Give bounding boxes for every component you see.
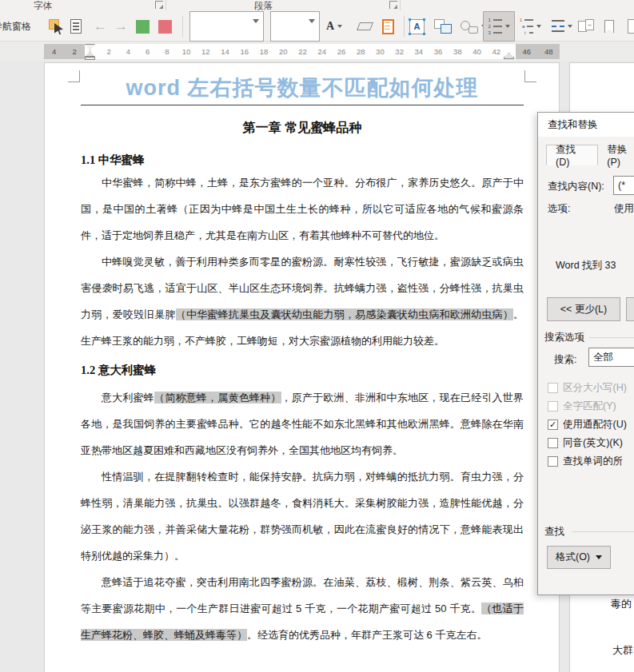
paragraph-dialog-launcher-icon[interactable] — [389, 1, 397, 9]
group-divider — [165, 0, 166, 10]
search-status-text: Word 找到 33 — [556, 259, 616, 272]
dialog-title: 查找和替换 — [548, 118, 598, 132]
document-title: word 左右括号数量不匹配如何处理 — [81, 74, 524, 105]
page-setup-icon[interactable] — [70, 11, 82, 42]
screenshot-icon[interactable] — [434, 11, 452, 42]
text-boundary-mark-right — [524, 70, 536, 82]
group-divider-line — [572, 531, 634, 532]
font-group-label: 字体 — [34, 0, 52, 12]
ribbon-bottom: 字体 段落 导航窗格 ← → A A — [0, 0, 634, 42]
clipped-dialog-button[interactable] — [626, 297, 634, 321]
checkbox-box[interactable] — [548, 383, 558, 393]
options-value: 使用 — [614, 202, 634, 216]
dialog-titlebar[interactable]: 查找和替换 — [538, 113, 634, 137]
find-what-value: (* — [618, 180, 625, 191]
text-box-icon[interactable]: A — [409, 11, 425, 42]
tab-replace[interactable]: 替换(P) — [598, 145, 634, 165]
toolbar-separator — [404, 16, 405, 37]
font-color-icon[interactable]: A — [326, 11, 342, 42]
section-1-2-heading: 1.2 意大利蜜蜂 — [81, 360, 524, 380]
search-direction-value: 全部 — [593, 351, 613, 364]
less-button[interactable]: << 更少(L) — [547, 297, 620, 321]
tab-find[interactable]: 查找(D) — [546, 145, 598, 165]
checkbox-box-checked[interactable]: ✓ — [548, 420, 558, 430]
toolbar-separator — [182, 16, 183, 37]
paragraph: 性情温驯，在提脾翻转检查时，能保持安静。抗病力弱，对蜂螨的抵抗力弱。育虫力强，分… — [81, 463, 524, 569]
ruler-right-margin: 4648 — [516, 44, 560, 59]
group-divider-line — [589, 337, 634, 338]
find-group-label: 查找 — [544, 525, 564, 539]
page2-text-fragment: 毒的 — [611, 597, 632, 611]
red-color-swatch[interactable] — [158, 11, 172, 42]
search-options-group-label: 搜索选项 — [544, 331, 584, 344]
format-button-label: 格式(O) — [556, 551, 590, 564]
document-page-1[interactable]: word 左右括号数量不匹配如何处理 第一章 常见蜜蜂品种 1.1 中华蜜蜂 中… — [44, 62, 560, 672]
font-size-combobox[interactable] — [270, 11, 320, 42]
paragraph: 意蜂适于追花夺蜜，突击利用南北四季蜜粉源。在油菜、荔枝、椴树、荆条、紫云英、乌桕… — [81, 569, 524, 648]
ruler-text-area: 24681012141618202224262830323436384042 — [85, 44, 516, 59]
checkbox-box[interactable] — [548, 438, 558, 448]
paragraph-group-label: 段落 — [254, 0, 273, 12]
ribbon-group-strip: 字体 段落 — [0, 0, 634, 11]
navigation-pane-label[interactable]: 导航窗格 — [0, 11, 31, 42]
group-divider — [400, 0, 401, 10]
highlighted-bracket-text: （简称意蜂，属黄色蜂种） — [154, 392, 281, 404]
back-arrow-icon[interactable]: ← — [94, 11, 107, 42]
clear-formatting-icon[interactable] — [358, 11, 372, 42]
forward-arrow-icon[interactable]: → — [114, 11, 128, 42]
search-direction-select[interactable]: 全部 — [588, 348, 634, 367]
cross-reference-pages-icon[interactable]: − — [578, 11, 594, 42]
paragraph: 意大利蜜蜂（简称意蜂，属黄色蜂种），原产于欧洲、非洲和中东地区，现在已经引入世界… — [81, 384, 524, 463]
quick-access-toolbar: 导航窗格 ← → A A 1 2 — [0, 11, 634, 42]
bookmark-icon[interactable] — [604, 11, 614, 42]
find-replace-dialog[interactable]: 查找和替换 查找(D) 替换(P) 查找内容(N): (* 选项: 使用 Wor… — [537, 112, 634, 595]
section-1-1-heading: 1.1 中华蜜蜂 — [81, 150, 524, 169]
highlighted-bracket-text: （中华蜜蜂抗巢虫及囊状幼虫能力弱，易感染囊状幼虫病和欧洲幼虫病） — [176, 308, 513, 320]
horizontal-ruler[interactable]: 42 2468101214161820222426283032343638404… — [0, 42, 634, 61]
options-label: 选项: — [548, 202, 570, 216]
text-boundary-mark-left — [68, 70, 80, 82]
green-color-swatch[interactable] — [136, 11, 150, 42]
clipped-toolbar-icon[interactable] — [628, 19, 634, 34]
chapter-heading: 第一章 常见蜜蜂品种 — [81, 118, 524, 137]
font-dialog-launcher-icon[interactable] — [155, 1, 163, 9]
left-indent-marker[interactable] — [85, 57, 95, 60]
search-direction-label: 搜索: — [554, 353, 576, 367]
checkbox-sounds-like[interactable]: 同音(英文)(K) — [548, 436, 623, 449]
checkbox-use-wildcards[interactable]: ✓ 使用通配符(U) — [548, 418, 627, 431]
paragraph: 中华蜜蜂，简称中蜂，土蜂，是东方蜜蜂的一个亚种。分布很广，家养历史悠久。原产于中… — [81, 169, 524, 249]
dropdown-caret-icon — [596, 555, 602, 559]
style-combobox[interactable] — [189, 11, 264, 42]
multilevel-list-icon[interactable]: 1 a i — [520, 11, 541, 42]
format-button[interactable]: 格式(O) — [547, 546, 611, 569]
checkbox-match-case[interactable]: 区分大小写(H) — [548, 381, 627, 394]
page2-text-fragment: 大群 — [612, 643, 633, 658]
ruler-left-margin: 42 — [44, 44, 85, 59]
dialog-tabs: 查找(D) 替换(P) — [546, 145, 634, 165]
document-template-icon[interactable] — [382, 11, 394, 42]
checkbox-box[interactable] — [548, 401, 558, 412]
find-what-input[interactable]: (* — [613, 176, 634, 195]
line-spacing-icon[interactable] — [552, 11, 572, 42]
paragraph: 中蜂嗅觉灵敏，善于利用种类多而零星的蜜粉源。耐寒性较强，飞行敏捷，蜜源缺乏或病虫… — [81, 249, 524, 354]
document-content[interactable]: word 左右括号数量不匹配如何处理 第一章 常见蜜蜂品种 1.1 中华蜜蜂 中… — [45, 63, 559, 648]
checkbox-find-all-word-forms[interactable]: 查找单词的所 — [548, 455, 623, 467]
checkbox-box[interactable] — [548, 456, 558, 467]
checkbox-whole-word[interactable]: 全字匹配(Y) — [548, 400, 616, 412]
select-objects-icon[interactable] — [48, 11, 64, 42]
find-what-label: 查找内容(N): — [548, 180, 604, 193]
numbered-list-icon[interactable]: 1 2 3 — [483, 11, 515, 42]
